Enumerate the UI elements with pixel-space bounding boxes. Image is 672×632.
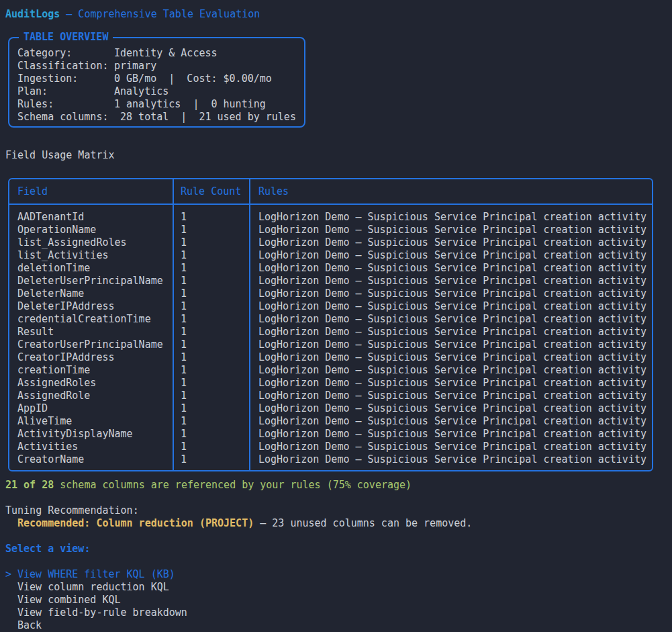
cell-field-name: CreatorIPAddress (9, 351, 174, 364)
cell-rule-count: 1 (174, 377, 250, 390)
cell-rule-names: LogHorizon Demo — Suspicious Service Pri… (250, 313, 652, 326)
cell-rule-count: 1 (174, 326, 250, 338)
overview-label: Classification: (17, 60, 114, 73)
cell-rule-names: LogHorizon Demo — Suspicious Service Pri… (250, 441, 652, 453)
table-row: Activities 1 LogHorizon Demo — Suspiciou… (9, 441, 652, 453)
cell-rule-names: LogHorizon Demo — Suspicious Service Pri… (250, 377, 652, 390)
table-row: credentialCreationTime 1 LogHorizon Demo… (9, 313, 652, 326)
coverage-summary: 21 of 28 schema columns are referenced b… (5, 479, 672, 492)
cell-field-name: CreatorUserPrincipalName (9, 338, 174, 351)
cell-rule-count: 1 (174, 287, 250, 300)
overview-label: Plan: (17, 85, 114, 98)
cell-rule-count: 1 (174, 338, 250, 351)
cell-field-name: CreatorName (9, 453, 174, 466)
cell-rule-count: 1 (174, 224, 250, 236)
menu-item-view-field-by-rule-breakdown[interactable]: View field-by-rule breakdown (5, 606, 672, 619)
table-row: ActivityDisplayName 1 LogHorizon Demo — … (9, 428, 652, 441)
table-row: creationTime 1 LogHorizon Demo — Suspici… (9, 364, 652, 377)
tuning-recommendation-heading: Tuning Recommendation: (5, 504, 672, 517)
overview-row-ingestion: Ingestion:0 GB/mo | Cost: $0.00/mo (17, 73, 304, 85)
overview-value: Identity & Access (114, 47, 218, 60)
table-row: CreatorName 1 LogHorizon Demo — Suspicio… (9, 453, 652, 466)
table-row: AssignedRole 1 LogHorizon Demo — Suspici… (9, 390, 652, 402)
cell-field-name: credentialCreationTime (9, 313, 174, 326)
table-row: AppID 1 LogHorizon Demo — Suspicious Ser… (9, 402, 652, 415)
cell-rule-names: LogHorizon Demo — Suspicious Service Pri… (250, 453, 652, 466)
field-usage-table: Field Rule Count Rules AADTenantId 1 Log… (8, 178, 653, 471)
panel-title: TABLE OVERVIEW (19, 31, 113, 44)
tuning-recommendation: Recommended: Column reduction (PROJECT) (17, 517, 254, 529)
menu-item-label: View column reduction KQL (17, 581, 169, 594)
overview-label: Category: (17, 47, 114, 60)
overview-label: Schema columns: (17, 111, 114, 124)
cell-field-name: DeleterIPAddress (9, 300, 174, 313)
cell-rule-names: LogHorizon Demo — Suspicious Service Pri… (250, 351, 652, 364)
column-divider (173, 205, 174, 470)
menu-item-label: View field-by-rule breakdown (17, 606, 187, 619)
table-name: AuditLogs (5, 8, 60, 20)
table-row: DeleterUserPrincipalName 1 LogHorizon De… (9, 275, 652, 287)
selection-cursor-icon: > (5, 568, 17, 581)
menu-item-view-column-reduction-kql[interactable]: View column reduction KQL (5, 581, 672, 594)
cell-rule-count: 1 (174, 313, 250, 326)
column-header-rules: Rules (250, 179, 652, 204)
cell-rule-names: LogHorizon Demo — Suspicious Service Pri… (250, 428, 652, 441)
table-overview-panel: TABLE OVERVIEW Category:Identity & Acces… (8, 37, 305, 128)
cell-rule-count: 1 (174, 441, 250, 453)
cell-field-name: AliveTime (9, 415, 174, 428)
cell-field-name: Activities (9, 441, 174, 453)
cell-field-name: ActivityDisplayName (9, 428, 174, 441)
overview-value: primary (114, 60, 156, 73)
column-header-rule-count: Rule Count (174, 179, 250, 204)
page-title: AuditLogs — Comprehensive Table Evaluati… (0, 0, 672, 21)
overview-row-schema-columns: Schema columns: 28 total | 21 used by ru… (17, 111, 304, 124)
cell-rule-names: LogHorizon Demo — Suspicious Service Pri… (250, 224, 652, 236)
cell-rule-count: 1 (174, 428, 250, 441)
cell-rule-count: 1 (174, 211, 250, 224)
cursor-placeholder (5, 619, 17, 632)
menu-item-back[interactable]: Back (5, 619, 672, 632)
tuning-detail: — 23 unused columns can be removed. (254, 517, 472, 529)
overview-row-category: Category:Identity & Access (17, 47, 304, 60)
cell-rule-names: LogHorizon Demo — Suspicious Service Pri… (250, 211, 652, 224)
menu-item-view-combined-kql[interactable]: View combined KQL (5, 594, 672, 606)
cell-rule-names: LogHorizon Demo — Suspicious Service Pri… (250, 249, 652, 262)
table-row: OperationName 1 LogHorizon Demo — Suspic… (9, 224, 652, 236)
table-row: list_AssignedRoles 1 LogHorizon Demo — S… (9, 236, 652, 249)
cell-rule-count: 1 (174, 402, 250, 415)
cell-field-name: creationTime (9, 364, 174, 377)
table-body: AADTenantId 1 LogHorizon Demo — Suspicio… (9, 205, 652, 470)
cell-field-name: AADTenantId (9, 211, 174, 224)
cell-rule-names: LogHorizon Demo — Suspicious Service Pri… (250, 338, 652, 351)
table-row: AssignedRoles 1 LogHorizon Demo — Suspic… (9, 377, 652, 390)
cell-rule-names: LogHorizon Demo — Suspicious Service Pri… (250, 390, 652, 402)
cell-field-name: deletionTime (9, 262, 174, 275)
page-title-text: — Comprehensive Table Evaluation (60, 8, 260, 20)
menu-item-label: Back (17, 619, 42, 632)
cell-field-name: AssignedRoles (9, 377, 174, 390)
menu-item-label: View WHERE filter KQL (KB) (17, 568, 175, 581)
cell-rule-count: 1 (174, 262, 250, 275)
cell-rule-count: 1 (174, 236, 250, 249)
menu-item-view-where-filter-kql[interactable]: >View WHERE filter KQL (KB) (5, 568, 672, 581)
overview-value: 28 total | 21 used by rules (114, 111, 296, 124)
menu-item-label: View combined KQL (17, 594, 121, 606)
table-row: AADTenantId 1 LogHorizon Demo — Suspicio… (9, 211, 652, 224)
cursor-placeholder (5, 581, 17, 594)
coverage-text: schema columns are referenced by your ru… (54, 479, 412, 491)
table-row: list_Activities 1 LogHorizon Demo — Susp… (9, 249, 652, 262)
table-row: deletionTime 1 LogHorizon Demo — Suspici… (9, 262, 652, 275)
cell-rule-names: LogHorizon Demo — Suspicious Service Pri… (250, 326, 652, 338)
table-row: Result 1 LogHorizon Demo — Suspicious Se… (9, 326, 652, 338)
cell-rule-names: LogHorizon Demo — Suspicious Service Pri… (250, 262, 652, 275)
cell-rule-names: LogHorizon Demo — Suspicious Service Pri… (250, 236, 652, 249)
cell-field-name: Result (9, 326, 174, 338)
table-row: CreatorIPAddress 1 LogHorizon Demo — Sus… (9, 351, 652, 364)
table-row: DeleterIPAddress 1 LogHorizon Demo — Sus… (9, 300, 652, 313)
cell-rule-count: 1 (174, 390, 250, 402)
cell-rule-names: LogHorizon Demo — Suspicious Service Pri… (250, 364, 652, 377)
cell-rule-count: 1 (174, 249, 250, 262)
table-row: AliveTime 1 LogHorizon Demo — Suspicious… (9, 415, 652, 428)
cell-field-name: OperationName (9, 224, 174, 236)
overview-row-plan: Plan:Analytics (17, 85, 304, 98)
